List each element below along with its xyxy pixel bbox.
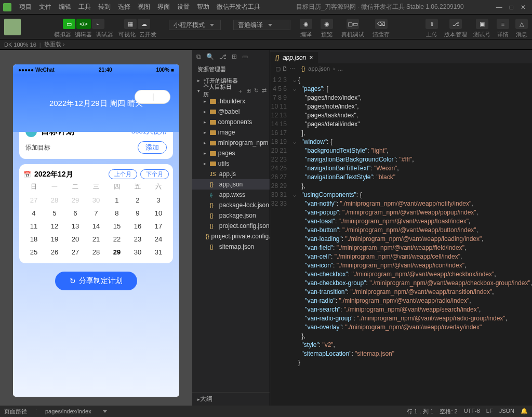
calendar-day[interactable]: 24 xyxy=(148,235,169,243)
news-button[interactable]: △ xyxy=(515,19,528,29)
file-package-lock.json[interactable]: {}package-lock.json xyxy=(192,200,270,210)
collapse-icon[interactable]: ⇄ xyxy=(262,87,267,95)
compile-button[interactable]: ◉ xyxy=(300,19,312,29)
folder-@babel[interactable]: ▸@babel xyxy=(192,106,270,117)
more-tab-icon[interactable]: ▭ xyxy=(242,53,248,60)
menu-微信开发者工具[interactable]: 微信开发者工具 xyxy=(213,3,264,11)
calendar-day[interactable]: 11 xyxy=(23,222,44,230)
folder-pages[interactable]: ▸pages xyxy=(192,148,270,158)
search-tab-icon[interactable]: 🔍 xyxy=(206,53,214,60)
calendar-day[interactable]: 25 xyxy=(23,248,44,256)
breadcrumb-file[interactable]: app.json xyxy=(308,65,330,72)
calendar-day[interactable]: 28 xyxy=(86,248,107,256)
mode-select[interactable]: 小程序模式 xyxy=(169,20,221,30)
file-app.wxss[interactable]: ⟠app.wxss xyxy=(192,190,270,200)
version-button[interactable]: ⎇ xyxy=(449,19,462,29)
minimize-icon[interactable]: — xyxy=(496,4,502,11)
calendar-day[interactable]: 5 xyxy=(44,209,65,217)
close-icon[interactable]: ✕ xyxy=(521,4,526,11)
menu-设置[interactable]: 设置 xyxy=(174,3,193,11)
file-app.js[interactable]: JSapp.js xyxy=(192,169,270,179)
calendar-day[interactable]: 29 xyxy=(65,196,86,204)
branch-tab-icon[interactable]: ⎇ xyxy=(219,53,227,60)
calendar-day[interactable]: 27 xyxy=(23,196,44,204)
calendar-day[interactable]: 15 xyxy=(107,222,127,230)
tab-close-icon[interactable]: × xyxy=(309,54,313,61)
next-month-button[interactable]: 下个月 xyxy=(140,169,169,179)
calendar-day[interactable]: 14 xyxy=(86,222,107,230)
calendar-day[interactable]: 30 xyxy=(86,196,107,204)
menu-视图[interactable]: 视图 xyxy=(134,3,154,11)
menu-工具[interactable]: 工具 xyxy=(75,3,95,11)
calendar-day[interactable]: 8 xyxy=(107,209,127,217)
new-file-icon[interactable]: ＋ xyxy=(237,87,243,95)
capsule-button[interactable]: •••|◎ xyxy=(135,90,170,103)
project-root[interactable]: ▾个人目标日历 ＋⊞↻⇄ xyxy=(192,86,270,96)
calendar-day[interactable]: 29 xyxy=(107,248,127,256)
calendar-day[interactable]: 4 xyxy=(23,209,44,217)
menu-转到[interactable]: 转到 xyxy=(95,3,114,11)
plugin-tab-icon[interactable]: ⊞ xyxy=(232,53,237,60)
clear-cache-button[interactable]: ⌫ xyxy=(375,19,388,29)
calendar-day[interactable]: 7 xyxy=(86,209,107,217)
file-project.config.json[interactable]: {}project.config.json xyxy=(192,221,270,231)
eol-info[interactable]: LF xyxy=(486,408,493,415)
explorer-tab-icon[interactable]: ⧉ xyxy=(196,53,201,60)
calendar-day[interactable]: 23 xyxy=(127,235,148,243)
user-avatar[interactable] xyxy=(4,19,21,35)
visualization-button[interactable]: ▦ xyxy=(124,19,137,29)
add-goal-button[interactable]: 添加 xyxy=(138,141,167,154)
calendar-day[interactable]: 19 xyxy=(44,235,65,243)
calendar-day[interactable]: 1 xyxy=(107,196,127,204)
clouddev-button[interactable]: ☁ xyxy=(138,19,150,29)
bell-icon[interactable]: 🔔 xyxy=(521,408,528,415)
encoding-info[interactable]: UTF-8 xyxy=(464,408,480,415)
target-icon[interactable]: ◎ xyxy=(158,92,166,102)
testnum-button[interactable]: ▣ xyxy=(476,19,488,29)
calendar-day[interactable]: 21 xyxy=(86,235,107,243)
file-app.json[interactable]: {}app.json xyxy=(192,179,270,190)
new-folder-icon[interactable]: ⊞ xyxy=(246,87,251,95)
outline-section[interactable]: ▸大纲 xyxy=(192,392,270,406)
prev-month-button[interactable]: 上个月 xyxy=(109,169,137,179)
folder-miniprogram_npm[interactable]: ▸miniprogram_npm xyxy=(192,138,270,148)
preview-button[interactable]: ◉ xyxy=(321,19,333,29)
file-tab[interactable]: {}app.json× xyxy=(270,52,318,63)
file-sitemap.json[interactable]: {}sitemap.json xyxy=(192,241,270,252)
maximize-icon[interactable]: □ xyxy=(510,4,513,11)
calendar-day[interactable]: 2 xyxy=(127,196,148,204)
device-info[interactable]: DK 100% 16 xyxy=(4,42,36,48)
indent-info[interactable]: 空格: 2 xyxy=(440,408,457,415)
folder-components[interactable]: ▸components xyxy=(192,117,270,127)
calendar-day[interactable]: 17 xyxy=(148,222,169,230)
upload-button[interactable]: ⇧ xyxy=(425,19,438,29)
calendar-day[interactable]: 20 xyxy=(65,235,86,243)
calendar-day[interactable]: 13 xyxy=(65,222,86,230)
calendar-day[interactable]: 16 xyxy=(127,222,148,230)
calendar-day[interactable]: 31 xyxy=(148,248,169,256)
details-button[interactable]: ≡ xyxy=(497,19,509,29)
menu-文件[interactable]: 文件 xyxy=(35,3,55,11)
menu-项目[interactable]: 项目 xyxy=(16,3,35,11)
calendar-day[interactable]: 18 xyxy=(23,235,44,243)
calendar-day[interactable]: 12 xyxy=(44,222,65,230)
calendar-day[interactable]: 30 xyxy=(127,248,148,256)
folder-utils[interactable]: ▸utils xyxy=(192,158,270,169)
code-area[interactable]: 1 2 3 4 5 6 7 8 9 10 11 12 13 14 15 16 1… xyxy=(270,74,532,406)
more-icon[interactable]: ••• xyxy=(139,92,148,102)
menu-帮助[interactable]: 帮助 xyxy=(193,3,213,11)
page-route[interactable]: pages/index/index xyxy=(45,408,91,414)
language-info[interactable]: JSON xyxy=(499,408,514,415)
editor-button[interactable]: </> xyxy=(76,19,91,29)
file-project.private.config.js...[interactable]: {}project.private.config.js... xyxy=(192,231,270,241)
debugger-button[interactable]: ⌁ xyxy=(92,19,104,29)
file-package.json[interactable]: {}package.json xyxy=(192,210,270,221)
menu-编辑[interactable]: 编辑 xyxy=(55,3,75,11)
calendar-day[interactable]: 6 xyxy=(65,209,86,217)
simulator-button[interactable]: ▭ xyxy=(63,19,75,29)
calendar-day[interactable]: 26 xyxy=(44,248,65,256)
hot-reload[interactable]: 热重载 › xyxy=(44,41,65,48)
menu-界面[interactable]: 界面 xyxy=(154,3,174,11)
share-plan-button[interactable]: ↻分享制定计划 xyxy=(55,272,137,290)
refresh-icon[interactable]: ↻ xyxy=(254,87,259,95)
